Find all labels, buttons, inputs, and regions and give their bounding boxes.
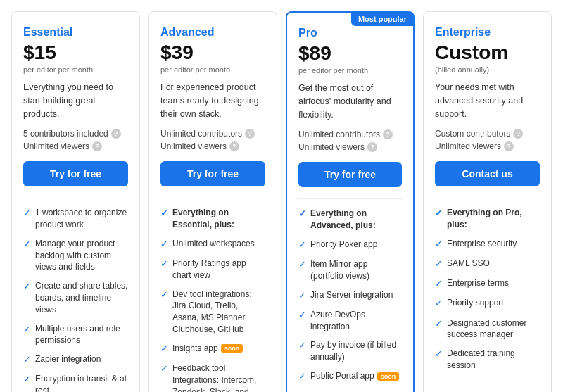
check-icon: ✓	[298, 239, 306, 251]
feature-item-advanced-3: ✓ Insights appsoon	[160, 343, 265, 355]
check-icon: ✓	[23, 280, 31, 293]
plan-name-enterprise: Enterprise	[435, 26, 540, 39]
cta-button-essential[interactable]: Try for free	[23, 161, 128, 186]
feature-item-advanced-1: ✓ Priority Ratings app + chart view	[160, 258, 265, 282]
features-header-pro: ✓ Everything on Advanced, plus:	[298, 208, 402, 232]
feature-item-pro-4: ✓ Pay by invoice (if billed annually)	[298, 339, 402, 363]
feature-text-enterprise-4: Designated customer success manager	[447, 317, 540, 341]
feature-item-enterprise-4: ✓ Designated customer success manager	[435, 317, 540, 341]
plan-meta-text-pro-0: Unlimited contributors	[298, 129, 380, 139]
feature-item-advanced-2: ✓ Dev tool integrations: Jira Cloud, Tre…	[160, 289, 265, 336]
check-icon: ✓	[435, 277, 443, 290]
info-icon[interactable]: ?	[367, 142, 377, 152]
check-icon: ✓	[160, 343, 168, 355]
feature-text-advanced-3: Insights appsoon	[172, 343, 265, 355]
features-header-text-enterprise: Everything on Pro, plus:	[447, 207, 540, 231]
plan-description-enterprise: Your needs met with advanced security an…	[435, 81, 540, 120]
check-icon: ✓	[160, 362, 168, 375]
divider-enterprise	[435, 198, 540, 198]
plan-meta-item-enterprise-0: Custom contributors ?	[435, 129, 540, 139]
check-icon: ✓	[298, 370, 306, 383]
check-icon: ✓	[298, 289, 306, 302]
feature-text-advanced-1: Priority Ratings app + chart view	[172, 258, 265, 282]
feature-item-essential-0: ✓ 1 workspace to organize product work	[23, 207, 128, 231]
feature-text-pro-4: Pay by invoice (if billed annually)	[310, 339, 402, 363]
feature-text-pro-5: Public Portal appsoon	[310, 370, 402, 382]
feature-item-enterprise-3: ✓ Priority support	[435, 297, 540, 310]
feature-item-essential-5: ✓ Encryption in transit & at rest	[23, 373, 128, 392]
info-icon[interactable]: ?	[245, 129, 255, 139]
popular-badge: Most popular	[351, 12, 414, 26]
feature-text-essential-0: 1 workspace to organize product work	[35, 207, 128, 231]
feature-text-enterprise-0: Enterprise security	[447, 238, 540, 250]
info-icon[interactable]: ?	[513, 129, 523, 139]
plan-card-advanced: Advanced$39per editor per monthFor exper…	[148, 11, 277, 392]
plan-meta-item-advanced-1: Unlimited viewers ?	[160, 141, 265, 151]
check-icon: ✓	[298, 258, 306, 271]
plan-card-essential: Essential$15per editor per monthEverythi…	[11, 11, 140, 392]
check-icon: ✓	[160, 207, 168, 220]
feature-text-enterprise-3: Priority support	[447, 297, 540, 309]
plan-meta-essential: 5 contributors included ? Unlimited view…	[23, 129, 128, 151]
cta-button-enterprise[interactable]: Contact us	[435, 161, 540, 186]
plan-meta-advanced: Unlimited contributors ? Unlimited viewe…	[160, 129, 265, 151]
feature-text-pro-0: Priority Poker app	[310, 239, 402, 251]
info-icon[interactable]: ?	[383, 129, 393, 139]
plan-name-pro: Pro	[298, 27, 402, 39]
check-icon: ✓	[435, 297, 443, 310]
info-icon[interactable]: ?	[504, 141, 514, 151]
feature-text-pro-1: Item Mirror app (portfolio views)	[310, 258, 402, 282]
info-icon[interactable]: ?	[92, 141, 102, 151]
features-header-advanced: ✓ Everything on Essential, plus:	[160, 207, 265, 231]
info-icon[interactable]: ?	[111, 129, 121, 139]
feature-text-enterprise-2: Enterprise terms	[447, 277, 540, 289]
feature-text-essential-3: Multiple users and role permissions	[35, 323, 128, 347]
plan-name-essential: Essential	[23, 26, 128, 39]
feature-item-pro-2: ✓ Jira Server integration	[298, 289, 402, 302]
feature-item-pro-1: ✓ Item Mirror app (portfolio views)	[298, 258, 402, 282]
plan-meta-text-essential-0: 5 contributors included	[23, 129, 108, 139]
feature-item-enterprise-5: ✓ Dedicated training session	[435, 348, 540, 372]
feature-item-essential-4: ✓ Zapier integration	[23, 353, 128, 366]
pricing-grid: Essential$15per editor per monthEverythi…	[11, 11, 552, 392]
feature-item-essential-2: ✓ Create and share tables, boards, and t…	[23, 280, 128, 315]
check-icon: ✓	[298, 339, 306, 352]
plan-price-period-advanced: per editor per month	[160, 65, 265, 74]
plan-meta-item-enterprise-1: Unlimited viewers ?	[435, 141, 540, 151]
soon-badge: soon	[221, 344, 243, 353]
features-list-enterprise: ✓ Everything on Pro, plus: ✓ Enterprise …	[435, 207, 540, 372]
plan-meta-item-pro-0: Unlimited contributors ?	[298, 129, 402, 139]
plan-meta-enterprise: Custom contributors ? Unlimited viewers …	[435, 129, 540, 151]
check-icon: ✓	[160, 238, 168, 251]
check-icon: ✓	[298, 309, 306, 322]
plan-meta-text-advanced-1: Unlimited viewers	[160, 141, 227, 151]
cta-button-pro[interactable]: Try for free	[298, 162, 402, 187]
plan-meta-text-essential-1: Unlimited viewers	[23, 141, 89, 151]
check-icon: ✓	[435, 348, 443, 360]
plan-meta-text-enterprise-1: Unlimited viewers	[435, 141, 501, 151]
divider-advanced	[160, 198, 265, 198]
plan-description-essential: Everything you need to start building gr…	[23, 81, 128, 120]
feature-text-essential-5: Encryption in transit & at rest	[35, 373, 128, 392]
divider-essential	[23, 198, 128, 198]
soon-badge: soon	[377, 372, 400, 381]
check-icon: ✓	[298, 208, 306, 220]
features-list-advanced: ✓ Everything on Essential, plus: ✓ Unlim…	[160, 207, 265, 392]
plan-meta-text-enterprise-0: Custom contributors	[435, 129, 510, 139]
plan-description-advanced: For experienced product teams ready to d…	[160, 81, 265, 120]
feature-item-pro-3: ✓ Azure DevOps integration	[298, 309, 402, 333]
plan-price-period-pro: per editor per month	[298, 66, 402, 75]
feature-text-pro-3: Azure DevOps integration	[310, 309, 402, 333]
check-icon: ✓	[435, 258, 443, 270]
check-icon: ✓	[23, 238, 31, 251]
info-icon[interactable]: ?	[229, 141, 239, 151]
cta-button-advanced[interactable]: Try for free	[160, 161, 265, 186]
feature-text-essential-1: Manage your product backlog with custom …	[35, 238, 128, 273]
plan-card-enterprise: EnterpriseCustom(billed annually)Your ne…	[423, 11, 552, 392]
feature-item-essential-1: ✓ Manage your product backlog with custo…	[23, 238, 128, 273]
feature-text-enterprise-1: SAML SSO	[447, 258, 540, 270]
plan-meta-pro: Unlimited contributors ? Unlimited viewe…	[298, 129, 402, 152]
feature-text-pro-2: Jira Server integration	[310, 289, 402, 301]
check-icon: ✓	[23, 373, 31, 386]
check-icon: ✓	[160, 289, 168, 301]
